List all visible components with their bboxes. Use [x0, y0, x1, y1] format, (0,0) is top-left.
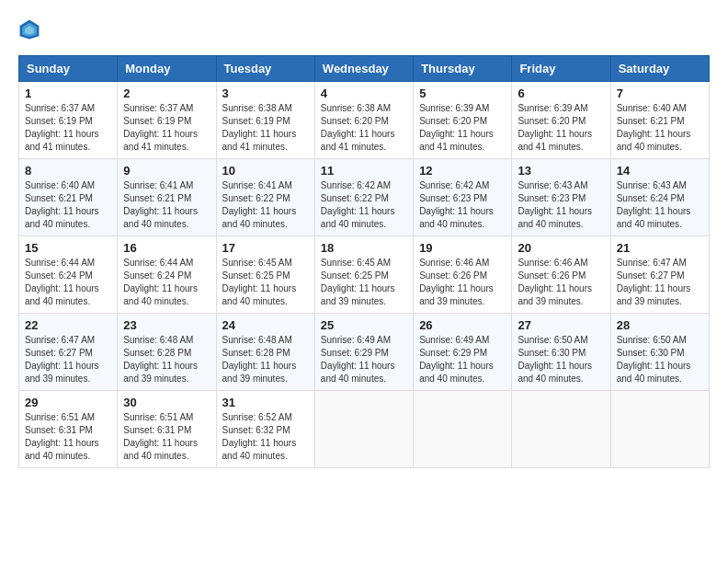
weekday-header-thursday: Thursday	[414, 56, 512, 82]
day-number: 15	[25, 241, 111, 255]
day-info: Sunrise: 6:42 AM Sunset: 6:23 PM Dayligh…	[419, 179, 506, 231]
day-number: 26	[419, 318, 506, 332]
calendar-day-cell: 3Sunrise: 6:38 AM Sunset: 6:19 PM Daylig…	[216, 82, 314, 159]
calendar-day-cell: 12Sunrise: 6:42 AM Sunset: 6:23 PM Dayli…	[414, 159, 512, 236]
calendar-day-cell: 1Sunrise: 6:37 AM Sunset: 6:19 PM Daylig…	[19, 82, 118, 159]
calendar-day-cell: 10Sunrise: 6:41 AM Sunset: 6:22 PM Dayli…	[216, 159, 314, 236]
calendar-day-cell: 5Sunrise: 6:39 AM Sunset: 6:20 PM Daylig…	[414, 82, 512, 159]
day-number: 18	[321, 241, 407, 255]
calendar-week-row: 15Sunrise: 6:44 AM Sunset: 6:24 PM Dayli…	[19, 236, 710, 314]
day-info: Sunrise: 6:38 AM Sunset: 6:19 PM Dayligh…	[222, 102, 309, 154]
day-number: 5	[419, 86, 506, 100]
day-info: Sunrise: 6:41 AM Sunset: 6:22 PM Dayligh…	[222, 179, 309, 231]
day-number: 9	[123, 164, 210, 178]
day-number: 21	[617, 241, 703, 255]
calendar-day-cell: 6Sunrise: 6:39 AM Sunset: 6:20 PM Daylig…	[512, 82, 610, 159]
day-info: Sunrise: 6:46 AM Sunset: 6:26 PM Dayligh…	[419, 257, 506, 308]
calendar-day-cell: 23Sunrise: 6:48 AM Sunset: 6:28 PM Dayli…	[118, 314, 216, 391]
day-number: 6	[518, 86, 604, 100]
day-number: 23	[123, 318, 210, 332]
day-info: Sunrise: 6:51 AM Sunset: 6:31 PM Dayligh…	[123, 411, 210, 463]
day-number: 13	[518, 164, 604, 178]
day-info: Sunrise: 6:42 AM Sunset: 6:22 PM Dayligh…	[321, 179, 407, 231]
calendar-day-cell: 24Sunrise: 6:48 AM Sunset: 6:28 PM Dayli…	[216, 314, 314, 391]
day-info: Sunrise: 6:44 AM Sunset: 6:24 PM Dayligh…	[123, 257, 210, 308]
day-number: 22	[25, 318, 111, 332]
day-info: Sunrise: 6:49 AM Sunset: 6:29 PM Dayligh…	[419, 334, 506, 385]
calendar-header-row: SundayMondayTuesdayWednesdayThursdayFrid…	[19, 56, 710, 82]
page-header	[18, 18, 710, 40]
calendar-day-cell: 18Sunrise: 6:45 AM Sunset: 6:25 PM Dayli…	[314, 236, 413, 314]
calendar-day-cell	[314, 391, 413, 468]
day-info: Sunrise: 6:47 AM Sunset: 6:27 PM Dayligh…	[617, 257, 703, 308]
weekday-header-sunday: Sunday	[19, 56, 118, 82]
day-number: 17	[222, 241, 309, 255]
weekday-header-tuesday: Tuesday	[216, 56, 314, 82]
day-number: 2	[123, 86, 210, 100]
weekday-header-monday: Monday	[118, 56, 216, 82]
day-info: Sunrise: 6:44 AM Sunset: 6:24 PM Dayligh…	[25, 257, 111, 308]
weekday-header-friday: Friday	[512, 56, 610, 82]
logo	[18, 18, 44, 40]
logo-icon	[18, 18, 40, 40]
day-number: 16	[123, 241, 210, 255]
day-number: 31	[222, 396, 309, 409]
day-info: Sunrise: 6:52 AM Sunset: 6:32 PM Dayligh…	[222, 411, 309, 463]
calendar-day-cell: 21Sunrise: 6:47 AM Sunset: 6:27 PM Dayli…	[610, 236, 709, 314]
calendar-day-cell: 28Sunrise: 6:50 AM Sunset: 6:30 PM Dayli…	[610, 314, 709, 391]
day-info: Sunrise: 6:47 AM Sunset: 6:27 PM Dayligh…	[25, 334, 111, 385]
day-info: Sunrise: 6:39 AM Sunset: 6:20 PM Dayligh…	[419, 102, 506, 154]
day-number: 14	[617, 164, 703, 178]
calendar-day-cell: 11Sunrise: 6:42 AM Sunset: 6:22 PM Dayli…	[314, 159, 413, 236]
calendar-day-cell: 14Sunrise: 6:43 AM Sunset: 6:24 PM Dayli…	[610, 159, 709, 236]
calendar-day-cell: 2Sunrise: 6:37 AM Sunset: 6:19 PM Daylig…	[118, 82, 216, 159]
day-number: 19	[419, 241, 506, 255]
calendar-day-cell: 31Sunrise: 6:52 AM Sunset: 6:32 PM Dayli…	[216, 391, 314, 468]
day-number: 3	[222, 86, 309, 100]
calendar-day-cell: 17Sunrise: 6:45 AM Sunset: 6:25 PM Dayli…	[216, 236, 314, 314]
day-info: Sunrise: 6:37 AM Sunset: 6:19 PM Dayligh…	[123, 102, 210, 154]
day-info: Sunrise: 6:43 AM Sunset: 6:23 PM Dayligh…	[518, 179, 604, 231]
calendar-day-cell: 29Sunrise: 6:51 AM Sunset: 6:31 PM Dayli…	[19, 391, 118, 468]
day-info: Sunrise: 6:38 AM Sunset: 6:20 PM Dayligh…	[321, 102, 407, 154]
calendar-day-cell: 22Sunrise: 6:47 AM Sunset: 6:27 PM Dayli…	[19, 314, 118, 391]
calendar-day-cell: 25Sunrise: 6:49 AM Sunset: 6:29 PM Dayli…	[314, 314, 413, 391]
day-number: 12	[419, 164, 506, 178]
day-info: Sunrise: 6:37 AM Sunset: 6:19 PM Dayligh…	[25, 102, 111, 154]
day-info: Sunrise: 6:50 AM Sunset: 6:30 PM Dayligh…	[518, 334, 604, 385]
calendar-day-cell	[610, 391, 709, 468]
day-number: 20	[518, 241, 604, 255]
day-info: Sunrise: 6:39 AM Sunset: 6:20 PM Dayligh…	[518, 102, 604, 154]
day-number: 10	[222, 164, 309, 178]
day-number: 27	[518, 318, 604, 332]
day-info: Sunrise: 6:40 AM Sunset: 6:21 PM Dayligh…	[25, 179, 111, 231]
day-number: 24	[222, 318, 309, 332]
day-number: 11	[321, 164, 407, 178]
calendar-day-cell: 30Sunrise: 6:51 AM Sunset: 6:31 PM Dayli…	[118, 391, 216, 468]
calendar-day-cell	[414, 391, 512, 468]
day-info: Sunrise: 6:45 AM Sunset: 6:25 PM Dayligh…	[321, 257, 407, 308]
calendar-week-row: 22Sunrise: 6:47 AM Sunset: 6:27 PM Dayli…	[19, 314, 710, 391]
calendar-day-cell	[512, 391, 610, 468]
day-number: 29	[25, 396, 111, 409]
day-info: Sunrise: 6:43 AM Sunset: 6:24 PM Dayligh…	[617, 179, 703, 231]
calendar-day-cell: 19Sunrise: 6:46 AM Sunset: 6:26 PM Dayli…	[414, 236, 512, 314]
day-number: 28	[617, 318, 703, 332]
calendar-week-row: 29Sunrise: 6:51 AM Sunset: 6:31 PM Dayli…	[19, 391, 710, 468]
day-number: 25	[321, 318, 407, 332]
calendar-day-cell: 7Sunrise: 6:40 AM Sunset: 6:21 PM Daylig…	[610, 82, 709, 159]
day-number: 8	[25, 164, 111, 178]
calendar-day-cell: 8Sunrise: 6:40 AM Sunset: 6:21 PM Daylig…	[19, 159, 118, 236]
calendar-table: SundayMondayTuesdayWednesdayThursdayFrid…	[18, 55, 710, 468]
day-info: Sunrise: 6:45 AM Sunset: 6:25 PM Dayligh…	[222, 257, 309, 308]
day-info: Sunrise: 6:50 AM Sunset: 6:30 PM Dayligh…	[617, 334, 703, 385]
calendar-day-cell: 13Sunrise: 6:43 AM Sunset: 6:23 PM Dayli…	[512, 159, 610, 236]
day-info: Sunrise: 6:41 AM Sunset: 6:21 PM Dayligh…	[123, 179, 210, 231]
calendar-day-cell: 15Sunrise: 6:44 AM Sunset: 6:24 PM Dayli…	[19, 236, 118, 314]
calendar-day-cell: 16Sunrise: 6:44 AM Sunset: 6:24 PM Dayli…	[118, 236, 216, 314]
day-number: 1	[25, 86, 111, 100]
day-number: 4	[321, 86, 407, 100]
calendar-day-cell: 20Sunrise: 6:46 AM Sunset: 6:26 PM Dayli…	[512, 236, 610, 314]
day-number: 7	[617, 86, 703, 100]
calendar-week-row: 1Sunrise: 6:37 AM Sunset: 6:19 PM Daylig…	[19, 82, 710, 159]
